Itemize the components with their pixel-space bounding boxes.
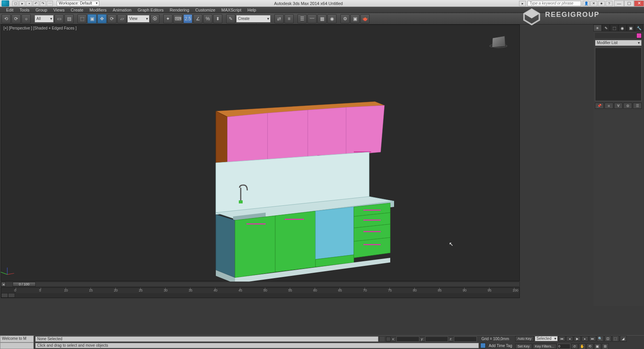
select-region-button[interactable]: ⬚ (77, 14, 87, 23)
maximize-button[interactable]: ▢ (624, 0, 634, 7)
orbit-button[interactable]: ⟲ (586, 343, 593, 349)
time-config-button[interactable]: ⏱ (571, 344, 578, 349)
favorite-icon[interactable]: ★ (598, 1, 605, 6)
mirror-button[interactable]: ⇄ (274, 14, 284, 23)
link-button[interactable]: ⟐ (21, 14, 31, 23)
viewport-label[interactable]: [+] [Perspective ] [Shaded + Edged Faces… (3, 26, 77, 30)
curve-editor-button[interactable]: 〰 (307, 14, 317, 23)
keyfilters-button[interactable]: Key Filters... (533, 344, 557, 349)
modify-tab[interactable]: ✎ (602, 25, 610, 31)
make-unique-button[interactable]: ∀ (614, 103, 623, 109)
z-coord-field[interactable] (454, 336, 477, 342)
goto-start-button[interactable]: ⏮ (559, 336, 565, 341)
layer-manager-button[interactable]: ☰ (297, 14, 307, 23)
named-selection-dropdown[interactable]: Create Selection Set (236, 15, 271, 23)
edit-named-selection-button[interactable]: ✎ (226, 14, 235, 23)
maxscript-input[interactable] (0, 342, 34, 349)
autokey-button[interactable]: Auto Key (515, 336, 534, 341)
select-move-button[interactable]: ✥ (97, 14, 107, 23)
x-coord-field[interactable] (396, 336, 419, 342)
setkey-button[interactable]: Set Key (515, 344, 532, 349)
goto-end-button[interactable]: ⏭ (589, 336, 596, 341)
trackbar-toggle-button[interactable] (1, 293, 8, 298)
add-time-tag[interactable]: Add Time Tag (489, 344, 512, 348)
link-icon[interactable]: ⋯ (47, 1, 53, 6)
object-color-swatch[interactable] (636, 33, 642, 38)
close-button[interactable]: ✕ (634, 0, 644, 7)
new-icon[interactable]: ◻ (12, 1, 18, 6)
redo-button[interactable]: ⟳ (12, 14, 21, 23)
track-bar[interactable]: 0510152025303540455055606570758085909510… (1, 287, 520, 298)
zoom-extents-button[interactable]: ⬚ (612, 336, 619, 342)
y-coord-field[interactable] (425, 336, 448, 342)
trackbar-key-button[interactable] (8, 293, 15, 298)
create-tab[interactable]: ☀ (593, 25, 602, 31)
view-cube[interactable] (489, 36, 508, 52)
next-frame-button[interactable]: ▸ (582, 336, 588, 341)
exchange-icon[interactable]: ✕ (590, 1, 597, 6)
pan-button[interactable]: ✋ (579, 343, 586, 349)
align-button[interactable]: ≡ (284, 14, 294, 23)
search-input[interactable] (527, 1, 581, 6)
schematic-view-button[interactable]: ▦ (317, 14, 327, 23)
menu-grapheditors[interactable]: Graph Editors (135, 8, 167, 12)
render-button[interactable]: 🫖 (360, 14, 370, 23)
menu-group[interactable]: Group (33, 8, 51, 12)
coord-display-toggle[interactable] (386, 337, 391, 341)
minimize-button[interactable]: — (614, 0, 624, 7)
pivot-button[interactable]: ⦿ (150, 14, 159, 23)
min-max-button[interactable]: ⊞ (602, 343, 609, 349)
keymode-dropdown[interactable]: Selected (535, 336, 558, 341)
undo-button[interactable]: ⟲ (2, 14, 11, 23)
time-prev-button[interactable]: ◂ (1, 282, 6, 287)
remove-modifier-button[interactable]: ⊝ (623, 103, 632, 109)
time-slider[interactable]: ◂ 0 / 100 ▸ (1, 282, 520, 287)
maximize-viewport-button[interactable]: ▣ (594, 343, 601, 349)
render-frame-button[interactable]: ▣ (350, 14, 360, 23)
menu-create[interactable]: Create (67, 8, 86, 12)
spinner-snap-button[interactable]: ⬍ (213, 14, 222, 23)
save-icon[interactable]: ▪ (26, 1, 32, 6)
keyboard-shortcut-button[interactable]: ⌨ (173, 14, 182, 23)
menu-maxscript[interactable]: MAXScript (219, 8, 245, 12)
menu-customize[interactable]: Customize (192, 8, 219, 12)
configure-sets-button[interactable]: ☰ (633, 103, 642, 109)
ref-coord-dropdown[interactable]: View (127, 15, 150, 23)
current-frame-field[interactable]: 0 (557, 344, 570, 349)
hierarchy-tab[interactable]: ⬚ (610, 25, 618, 31)
toggle-panel-icon[interactable]: ▸ (519, 1, 526, 6)
percent-snap-button[interactable]: % (203, 14, 212, 23)
undo-icon[interactable]: ↶ (33, 1, 39, 6)
pin-stack-button[interactable]: 📌 (595, 103, 604, 109)
object-name-field[interactable] (595, 33, 636, 38)
utilities-tab[interactable]: 🔧 (635, 25, 643, 31)
show-end-result-button[interactable]: ıı (605, 103, 613, 109)
snap-toggle-button[interactable]: 2.5 (183, 14, 192, 23)
open-icon[interactable]: ▸ (19, 1, 25, 6)
play-button[interactable]: ▶ (574, 336, 581, 341)
menu-views[interactable]: Views (50, 8, 67, 12)
prev-frame-button[interactable]: ◂ (566, 336, 573, 341)
menu-rendering[interactable]: Rendering (167, 8, 192, 12)
angle-snap-button[interactable]: ∠ (193, 14, 202, 23)
menu-animation[interactable]: Animation (110, 8, 135, 12)
menu-modifiers[interactable]: Modifiers (86, 8, 110, 12)
select-rotate-button[interactable]: ⟳ (107, 14, 117, 23)
help-icon[interactable]: ? (606, 1, 613, 6)
select-object-button[interactable]: ▭ (54, 14, 64, 23)
app-icon[interactable] (2, 0, 9, 7)
display-tab[interactable]: ▣ (627, 25, 635, 31)
material-editor-button[interactable]: ◉ (327, 14, 337, 23)
menu-edit[interactable]: Edit (3, 8, 16, 12)
select-scale-button[interactable]: ▱ (117, 14, 127, 23)
fov-button[interactable]: ◢ (620, 336, 627, 342)
motion-tab[interactable]: ◉ (618, 25, 627, 31)
menu-tools[interactable]: Tools (16, 8, 33, 12)
redo-icon[interactable]: ↷ (40, 1, 46, 6)
viewport[interactable]: [+] [Perspective ] [Shaded + Edged Faces… (1, 25, 520, 281)
comm-center-icon[interactable] (480, 343, 486, 348)
lock-selection-button[interactable] (380, 337, 384, 341)
kitchen-model[interactable] (216, 102, 396, 285)
modifier-stack[interactable] (595, 48, 642, 101)
modifier-list-dropdown[interactable]: Modifier List (595, 40, 642, 46)
